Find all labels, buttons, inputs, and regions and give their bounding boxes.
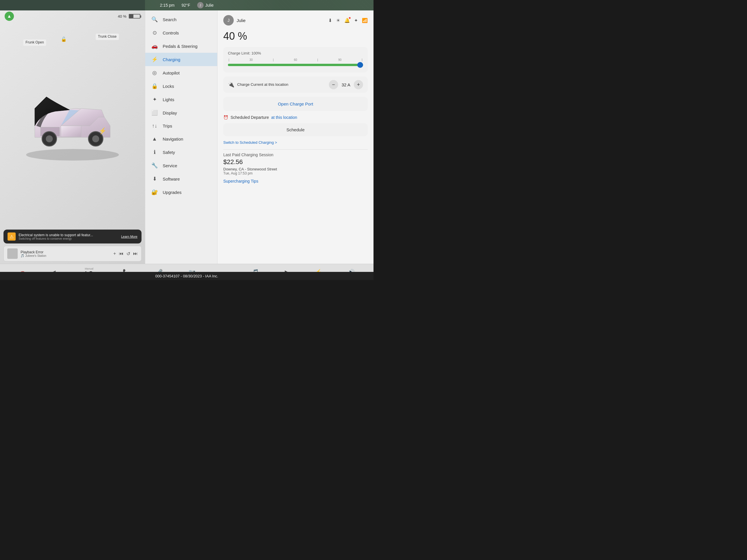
menu-item-navigation[interactable]: ▲ Navigation — [145, 132, 217, 145]
warning-text: Electrical system is unable to support a… — [19, 233, 118, 240]
menu-icon-charging: ⚡ — [151, 56, 158, 62]
charge-ticks: | 30 | 60 | 90 | — [228, 58, 363, 61]
menu-label-safety: Safety — [163, 150, 175, 155]
divider — [223, 149, 368, 150]
menu-icon-service: 🔧 — [151, 162, 158, 169]
status-user: J Julie — [197, 2, 214, 8]
last-session-date: Tue, Aug 17:53 pm — [223, 171, 368, 176]
frunk-label[interactable]: Frunk Open — [23, 39, 46, 46]
menu-item-locks[interactable]: 🔒 Locks — [145, 79, 217, 93]
charge-current-controls[interactable]: − 32 A + — [329, 80, 363, 89]
menu-item-service[interactable]: 🔧 Service — [145, 159, 217, 172]
left-panel: ▲ 40 % Frunk Open Trunk Close 🔓 — [0, 10, 145, 264]
menu-item-trips[interactable]: ↑↓ Trips — [145, 119, 217, 132]
at-this-location-link[interactable]: at this location — [271, 115, 297, 120]
music-subtitle: 🎵 Julieee's Station — [21, 254, 110, 258]
menu-icon-controls: ⊙ — [151, 30, 158, 36]
user-profile: J Julie — [223, 15, 246, 26]
menu-icon-pedals: 🚗 — [151, 43, 158, 49]
schedule-button[interactable]: Schedule — [223, 123, 368, 136]
menu-icon-locks: 🔒 — [151, 83, 158, 89]
menu-icon-software: ⬇ — [151, 176, 158, 182]
menu-item-pedals[interactable]: 🚗 Pedals & Steering — [145, 39, 217, 53]
music-controls[interactable]: + ⏮ ↺ ⏭ — [113, 251, 138, 257]
play-pause-button[interactable]: ↺ — [126, 251, 130, 257]
menu-item-software[interactable]: ⬇ Software — [145, 172, 217, 186]
menu-icon-display: ⬜ — [151, 110, 158, 116]
menu-label-software: Software — [163, 177, 180, 182]
switch-to-scheduled-charging[interactable]: Switch to Scheduled Charging > — [223, 140, 368, 144]
charge-current-label: Charge Current at this location — [237, 82, 288, 87]
menu-icon-navigation: ▲ — [151, 136, 158, 142]
last-session-amount: $22.56 — [223, 158, 368, 166]
charge-slider-track[interactable] — [228, 64, 363, 66]
battery-bar-icon — [129, 14, 140, 19]
menu-label-lights: Lights — [163, 97, 174, 102]
brightness-icon[interactable]: ☀ — [336, 18, 340, 23]
menu-item-search[interactable]: 🔍 Search — [145, 13, 217, 26]
menu-label-autopilot: Autopilot — [163, 71, 180, 75]
menu-item-display[interactable]: ⬜ Display — [145, 106, 217, 119]
menu-label-trips: Trips — [163, 124, 172, 128]
last-session-location: Downey, CA - Stonewood Street — [223, 167, 368, 171]
add-music-button[interactable]: + — [113, 251, 116, 256]
charge-limit-title: Charge Limit: 100% — [228, 51, 363, 55]
menu-item-upgrades[interactable]: 🔐 Upgrades — [145, 186, 217, 199]
status-bar: 2:15 pm 92°F J Julie — [0, 0, 374, 10]
open-charge-port-button[interactable]: Open Charge Port — [223, 97, 368, 111]
svg-point-2 — [46, 135, 53, 142]
amp-value: 32 A — [342, 82, 350, 87]
settings-icon[interactable]: ✦ — [354, 18, 358, 23]
car-image: ⚡ — [18, 85, 128, 166]
last-paid-session: Last Paid Charging Session $22.56 Downey… — [223, 153, 368, 184]
menu-icon-safety: ℹ — [151, 149, 158, 155]
increase-amp-button[interactable]: + — [354, 80, 363, 89]
learn-more-link[interactable]: Learn More — [121, 235, 137, 238]
signal-icon: 📶 — [362, 18, 368, 23]
menu-icon-trips: ↑↓ — [151, 123, 158, 129]
menu-item-lights[interactable]: ✦ Lights — [145, 93, 217, 106]
supercharging-tips-link[interactable]: Supercharging Tips — [223, 179, 368, 184]
menu-item-autopilot[interactable]: ◎ Autopilot — [145, 66, 217, 79]
menu-label-controls: Controls — [163, 30, 179, 35]
album-art — [7, 248, 18, 259]
menu-label-pedals: Pedals & Steering — [163, 44, 198, 49]
center-menu-panel: 🔍 Search ⊙ Controls 🚗 Pedals & Steering … — [145, 10, 217, 264]
menu-item-safety[interactable]: ℹ Safety — [145, 145, 217, 159]
next-track-button[interactable]: ⏭ — [133, 251, 138, 256]
menu-icon-search: 🔍 — [151, 16, 158, 23]
scheduled-departure-label: Scheduled Departure — [231, 115, 269, 120]
menu-item-controls[interactable]: ⊙ Controls — [145, 26, 217, 39]
charging-detail-panel: J Julie ⬇ ☀ 🔔 ✦ 📶 40 % Charge Limit: 100… — [217, 10, 374, 264]
charge-slider-thumb[interactable] — [357, 62, 363, 68]
svg-text:⚡: ⚡ — [99, 127, 107, 135]
left-top-bar: ▲ 40 % — [0, 10, 145, 22]
svg-point-0 — [26, 149, 119, 161]
battery-percent-display: 40 % — [223, 30, 368, 42]
music-icon: 🎵 — [21, 254, 24, 258]
trunk-label[interactable]: Trunk Close — [96, 34, 119, 40]
plug-icon: 🔌 — [228, 81, 234, 88]
prev-track-button[interactable]: ⏮ — [119, 251, 124, 256]
menu-label-upgrades: Upgrades — [163, 190, 182, 195]
car-svg: ⚡ — [18, 85, 128, 161]
menu-label-display: Display — [163, 110, 177, 115]
charge-limit-card: Charge Limit: 100% | 30 | 60 | 90 | — [223, 47, 368, 73]
svg-point-4 — [92, 135, 99, 142]
warning-icon: ⚠ — [7, 233, 16, 241]
notification-icon[interactable]: 🔔 — [344, 18, 350, 23]
nav-arrow-icon[interactable]: ▲ — [5, 11, 14, 21]
menu-label-charging: Charging — [163, 57, 180, 62]
menu-icon-autopilot: ◎ — [151, 70, 158, 76]
car-visualization-area: Frunk Open Trunk Close 🔓 — [0, 22, 145, 230]
menu-item-charging[interactable]: ⚡ Charging — [145, 53, 217, 66]
warning-banner: ⚠ Electrical system is unable to support… — [3, 230, 141, 243]
decrease-amp-button[interactable]: − — [329, 80, 338, 89]
status-avatar: J — [197, 2, 204, 8]
music-info: Playback Error 🎵 Julieee's Station — [21, 250, 110, 258]
download-icon[interactable]: ⬇ — [328, 18, 332, 23]
menu-icon-upgrades: 🔐 — [151, 189, 158, 195]
music-player: Playback Error 🎵 Julieee's Station + ⏮ ↺… — [3, 246, 141, 262]
user-avatar: J — [223, 15, 234, 26]
right-header-icons: ⬇ ☀ 🔔 ✦ 📶 — [328, 18, 368, 23]
